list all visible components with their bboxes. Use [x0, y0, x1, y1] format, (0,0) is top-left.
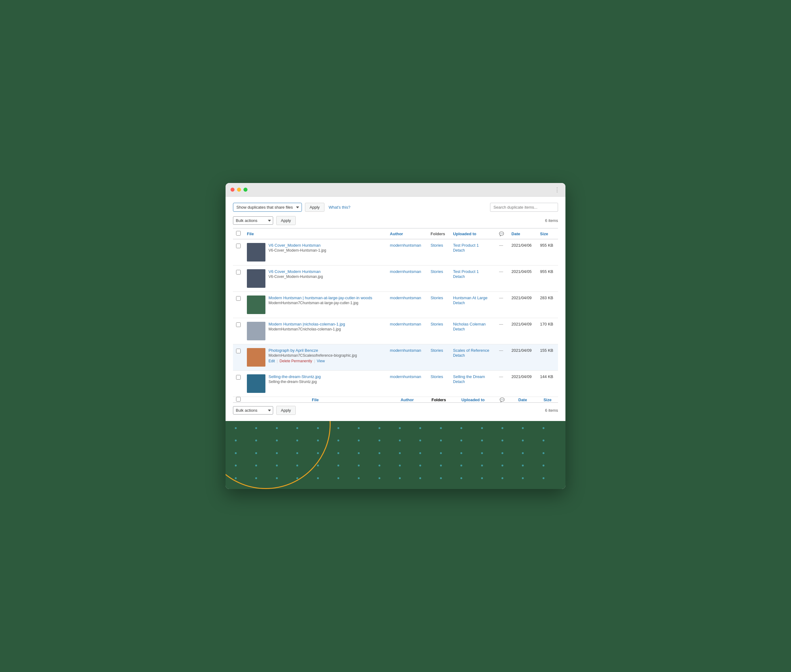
- folder-link[interactable]: Stories: [431, 269, 443, 274]
- uploaded-to-cell-4: Scales of Reference Detach: [450, 344, 496, 371]
- folder-link[interactable]: Stories: [431, 348, 443, 353]
- column-file[interactable]: File: [244, 229, 387, 239]
- file-title-link[interactable]: V6 Cover_Modern Huntsman: [268, 269, 384, 274]
- footer-size[interactable]: Size: [537, 397, 558, 403]
- decorative-dot: [419, 452, 421, 454]
- decorative-dot: [522, 452, 524, 454]
- uploaded-to-link[interactable]: Huntsman At Large: [453, 296, 493, 300]
- filter-apply-button[interactable]: Apply: [305, 203, 324, 212]
- delete-link[interactable]: Delete Permanently: [280, 359, 312, 363]
- decorative-dot: [399, 477, 401, 479]
- date-cell-3: 2021/04/09: [508, 318, 537, 344]
- footer-uploaded[interactable]: Uploaded to: [450, 397, 496, 403]
- table-row: Selling-the-dream-Struntz.jpg Selling-th…: [233, 371, 558, 397]
- file-title-link[interactable]: Modern Huntsman | huntsman-at-large-jay-…: [268, 296, 384, 300]
- decorative-dot: [440, 477, 442, 479]
- column-uploaded[interactable]: Uploaded to: [450, 229, 496, 239]
- decorative-dot: [460, 465, 462, 466]
- footer-date[interactable]: Date: [508, 397, 537, 403]
- table-row: Modern Huntsman | huntsman-at-large-jay-…: [233, 292, 558, 318]
- comment-cell-0: —: [496, 239, 508, 266]
- author-link[interactable]: modernhuntsman: [390, 348, 421, 353]
- footer-author[interactable]: Author: [387, 397, 428, 403]
- row-checkbox-cell: [233, 371, 244, 397]
- decorative-dot: [337, 427, 339, 429]
- window-menu-icon[interactable]: ⋮: [554, 186, 561, 193]
- folders-cell-1: Stories: [428, 266, 450, 292]
- select-all-checkbox[interactable]: [236, 231, 241, 235]
- file-title-link[interactable]: V6 Cover_Modern Huntsman: [268, 243, 384, 248]
- date-cell-0: 2021/04/06: [508, 239, 537, 266]
- file-thumbnail: [247, 269, 265, 288]
- row-checkbox[interactable]: [236, 349, 241, 353]
- detach-link[interactable]: Detach: [453, 327, 493, 331]
- footer-comment: 💬: [496, 397, 508, 403]
- detach-link[interactable]: Detach: [453, 379, 493, 384]
- column-author[interactable]: Author: [387, 229, 428, 239]
- search-input[interactable]: [490, 203, 558, 212]
- whats-this-link[interactable]: What's this?: [329, 205, 350, 210]
- column-date[interactable]: Date: [508, 229, 537, 239]
- comment-cell-4: —: [496, 344, 508, 371]
- file-cell-2: Modern Huntsman | huntsman-at-large-jay-…: [244, 292, 387, 318]
- bulk-select-top[interactable]: Bulk actions: [233, 216, 273, 225]
- folder-link[interactable]: Stories: [431, 243, 443, 248]
- row-checkbox[interactable]: [236, 375, 241, 379]
- author-link[interactable]: modernhuntsman: [390, 269, 421, 274]
- folder-link[interactable]: Stories: [431, 296, 443, 300]
- minimize-button[interactable]: [237, 188, 241, 192]
- decorative-dot: [379, 477, 380, 479]
- view-link[interactable]: View: [317, 359, 325, 363]
- decorative-dot: [502, 427, 503, 429]
- decorative-dot: [502, 465, 503, 466]
- maximize-button[interactable]: [243, 188, 248, 192]
- table-footer-row: File Author Folders Uploaded to 💬 Date S…: [233, 397, 558, 403]
- bulk-apply-bottom-button[interactable]: Apply: [276, 406, 296, 415]
- row-checkbox[interactable]: [236, 322, 241, 327]
- decorative-dot: [522, 427, 524, 429]
- decorative-dot: [337, 452, 339, 454]
- author-link[interactable]: modernhuntsman: [390, 374, 421, 379]
- detach-link[interactable]: Detach: [453, 353, 493, 358]
- date-value: 2021/04/09: [511, 322, 531, 326]
- row-checkbox[interactable]: [236, 270, 241, 275]
- detach-link[interactable]: Detach: [453, 275, 493, 279]
- close-button[interactable]: [230, 188, 235, 192]
- file-title-link[interactable]: Modern Huntsman |nicholas-coleman-1.jpg: [268, 322, 384, 326]
- file-title-link[interactable]: Selling-the-dream-Struntz.jpg: [268, 374, 384, 379]
- column-size[interactable]: Size: [537, 229, 558, 239]
- bulk-apply-top-button[interactable]: Apply: [276, 216, 296, 225]
- file-title-link[interactable]: Photograph by April Bencze: [268, 348, 384, 353]
- uploaded-to-link[interactable]: Nicholas Coleman: [453, 322, 493, 326]
- folder-link[interactable]: Stories: [431, 374, 443, 379]
- author-link[interactable]: modernhuntsman: [390, 243, 421, 248]
- size-cell-3: 170 KB: [537, 318, 558, 344]
- bulk-select-bottom[interactable]: Bulk actions: [233, 406, 273, 414]
- file-thumbnail: [247, 243, 265, 261]
- row-checkbox[interactable]: [236, 243, 241, 248]
- file-name: Selling-the-dream-Struntz.jpg: [268, 379, 384, 384]
- date-value: 2021/04/09: [511, 374, 531, 379]
- author-link[interactable]: modernhuntsman: [390, 296, 421, 300]
- detach-link[interactable]: Detach: [453, 248, 493, 253]
- footer-file[interactable]: File: [244, 397, 387, 403]
- author-link[interactable]: modernhuntsman: [390, 322, 421, 326]
- filter-select[interactable]: Show duplicates that share files: [233, 203, 302, 212]
- size-value: 170 KB: [540, 322, 553, 326]
- file-name: ModernHuntsman7Cnicholas-coleman-1.jpg: [268, 327, 384, 331]
- select-all-footer-checkbox[interactable]: [236, 397, 241, 402]
- author-cell-2: modernhuntsman: [387, 292, 428, 318]
- edit-link[interactable]: Edit: [268, 359, 275, 363]
- file-info: V6 Cover_Modern Huntsman V6-Cover_Modern…: [268, 269, 384, 280]
- uploaded-to-link[interactable]: Selling the Dream: [453, 374, 493, 379]
- uploaded-to-link[interactable]: Test Product 1: [453, 243, 493, 248]
- row-checkbox[interactable]: [236, 296, 241, 301]
- folder-link[interactable]: Stories: [431, 322, 443, 326]
- file-cell-1: V6 Cover_Modern Huntsman V6-Cover_Modern…: [244, 266, 387, 292]
- comment-cell-3: —: [496, 318, 508, 344]
- file-thumbnail: [247, 296, 265, 314]
- detach-link[interactable]: Detach: [453, 301, 493, 305]
- uploaded-to-link[interactable]: Test Product 1: [453, 269, 493, 274]
- uploaded-to-link[interactable]: Scales of Reference: [453, 348, 493, 353]
- decorative-dot: [440, 465, 442, 466]
